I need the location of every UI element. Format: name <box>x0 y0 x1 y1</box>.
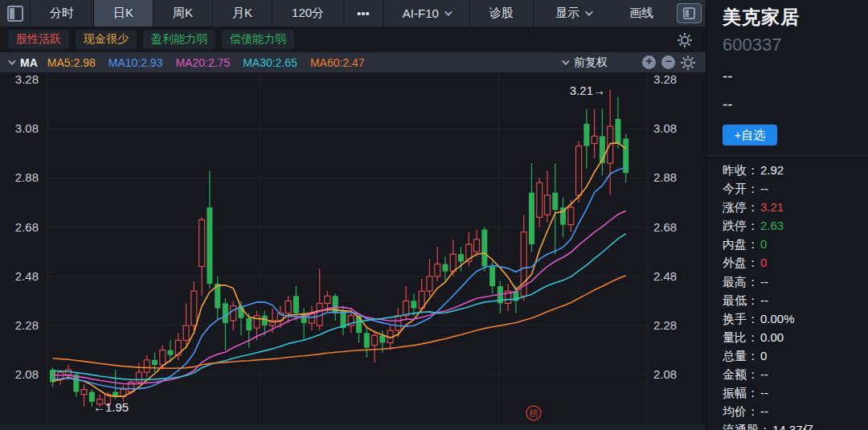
tab-label: 日K <box>113 6 133 21</box>
stat-value: -- <box>760 383 768 402</box>
limit-up-annotation: 3.21→ <box>570 84 605 97</box>
gear-icon[interactable] <box>680 55 696 71</box>
stock-app-window: 分时 日K 周K 月K 120分 ••• AI-F10 诊股 显示 画线 股性活… <box>0 0 868 430</box>
ellipsis-icon: ••• <box>357 6 370 20</box>
display-menu-button[interactable]: 显示 <box>536 0 610 27</box>
tab-label: 分时 <box>50 6 74 21</box>
tag-solvency[interactable]: 偿债能力弱 <box>222 30 294 49</box>
annotations: 3.21→←1.95 <box>93 84 605 414</box>
tab-120min[interactable]: 120分 <box>272 0 344 27</box>
draw-line-button[interactable]: 画线 <box>610 0 673 27</box>
tab-label: 画线 <box>629 6 653 21</box>
stat-value: 2.92 <box>760 161 784 179</box>
stat-row: 内盘：0 <box>723 235 868 253</box>
tab-monthly-k[interactable]: 月K <box>213 0 272 27</box>
stat-row: 均价：-- <box>723 402 868 420</box>
stat-label: 均价： <box>723 402 759 420</box>
stat-value: 3.21 <box>760 198 784 216</box>
stat-value: 0.00% <box>760 309 795 328</box>
sidebar-toggle-right-button[interactable] <box>673 0 706 27</box>
stat-value: 0 <box>760 346 767 365</box>
tab-ai-f10[interactable]: AI-F10 <box>383 0 470 27</box>
tab-label: 120分 <box>292 6 324 21</box>
y-tick-right: 2.08 <box>653 367 677 381</box>
chevron-down-icon <box>562 57 570 65</box>
tab-zhengu[interactable]: 诊股 <box>470 0 534 27</box>
ma30-value: MA30:2.65 <box>243 56 297 69</box>
stat-value: 14.37亿 <box>772 420 815 430</box>
tab-daily-k[interactable]: 日K <box>94 0 154 27</box>
add-watchlist-button[interactable]: +自选 <box>723 125 777 145</box>
ma5-value: MA5:2.98 <box>47 56 96 69</box>
rating-tags-row: 股性活跃 现金很少 盈利能力弱 偿债能力弱 <box>0 27 706 52</box>
sidebar-toggle-left-button[interactable] <box>0 0 31 27</box>
stat-value: -- <box>760 291 768 309</box>
tab-weekly-k[interactable]: 周K <box>154 0 213 27</box>
current-price: -- <box>723 68 868 85</box>
adjust-mode-label: 前复权 <box>574 55 608 70</box>
stat-label: 换手： <box>723 309 759 328</box>
stat-value: 0.00 <box>760 328 784 346</box>
stat-row: 量比：0.00 <box>723 328 868 346</box>
stat-label: 总量： <box>723 346 759 365</box>
stat-row: 最高：-- <box>723 272 868 291</box>
y-tick-right: 2.48 <box>653 269 677 283</box>
chevron-down-icon <box>444 8 452 16</box>
period-toolbar: 分时 日K 周K 月K 120分 ••• AI-F10 诊股 显示 画线 <box>0 0 706 27</box>
ma-legend-bar: MA MA5:2.98 MA10:2.93 MA20:2.75 MA30:2.6… <box>0 52 706 72</box>
chevron-down-icon[interactable] <box>8 57 16 65</box>
y-tick-right: 2.28 <box>653 318 677 332</box>
stat-value: 2.63 <box>760 216 784 235</box>
tab-fenshi[interactable]: 分时 <box>31 0 94 27</box>
zoom-out-button[interactable]: − <box>661 55 675 69</box>
y-tick-right: 3.08 <box>653 121 677 135</box>
panel-toggle-icon <box>683 7 695 19</box>
price-change: -- <box>723 96 868 113</box>
stat-row: 今开：-- <box>723 179 868 198</box>
stat-label: 金额： <box>723 365 759 383</box>
adjust-mode-dropdown[interactable]: 前复权 <box>560 55 608 70</box>
tab-label: 显示 <box>555 6 579 21</box>
ma60-value: MA60:2.47 <box>310 56 365 69</box>
stat-row: 总量：0 <box>723 346 868 365</box>
chevron-down-icon <box>585 8 593 16</box>
stat-label: 内盘： <box>723 235 759 253</box>
stat-row: 最低：-- <box>723 291 868 309</box>
stat-row: 流通股：14.37亿 <box>723 420 868 430</box>
stat-row: 换手：0.00% <box>723 309 868 328</box>
gear-icon[interactable] <box>677 32 693 48</box>
ma20-line <box>53 211 626 383</box>
y-tick-right: 2.88 <box>653 170 677 184</box>
stat-label: 最低： <box>723 291 759 309</box>
y-tick-right: 3.28 <box>653 72 677 86</box>
y-tick-left: 2.08 <box>15 367 39 381</box>
y-tick-left: 3.28 <box>15 72 39 86</box>
low-annotation: ←1.95 <box>93 400 129 414</box>
grid <box>47 72 648 424</box>
stat-label: 跌停： <box>723 216 759 235</box>
stat-row: 昨收：2.92 <box>723 161 868 179</box>
tab-label: 周K <box>173 6 193 21</box>
stat-label: 今开： <box>723 179 759 198</box>
y-tick-right: 2.68 <box>653 220 677 234</box>
stat-row: 涨停：3.21 <box>723 198 868 216</box>
tag-profitability[interactable]: 盈利能力弱 <box>143 30 215 49</box>
y-tick-left: 2.28 <box>15 318 39 332</box>
zoom-in-button[interactable]: + <box>642 55 656 69</box>
stat-value: 0 <box>760 253 767 272</box>
more-periods-button[interactable]: ••• <box>344 0 383 27</box>
tab-label: 月K <box>232 6 252 21</box>
tab-label: AI-F10 <box>403 6 439 20</box>
stat-value: -- <box>760 402 768 420</box>
stat-row: 外盘：0 <box>723 253 868 272</box>
kline-chart-area[interactable]: 3.283.283.083.082.882.882.682.682.482.48… <box>0 72 706 430</box>
tag-stock-activity[interactable]: 股性活跃 <box>8 30 69 49</box>
quote-panel: 美克家居 600337 -- -- +自选 昨收：2.92今开：--涨停：3.2… <box>706 0 868 430</box>
stat-value: 0 <box>760 235 767 253</box>
ma-title: MA <box>20 56 38 69</box>
stat-value: -- <box>760 365 768 383</box>
stat-label: 涨停： <box>723 198 759 216</box>
tag-cash-level[interactable]: 现金很少 <box>76 30 137 49</box>
stat-row: 金额：-- <box>723 365 868 383</box>
stat-value: -- <box>760 179 768 198</box>
